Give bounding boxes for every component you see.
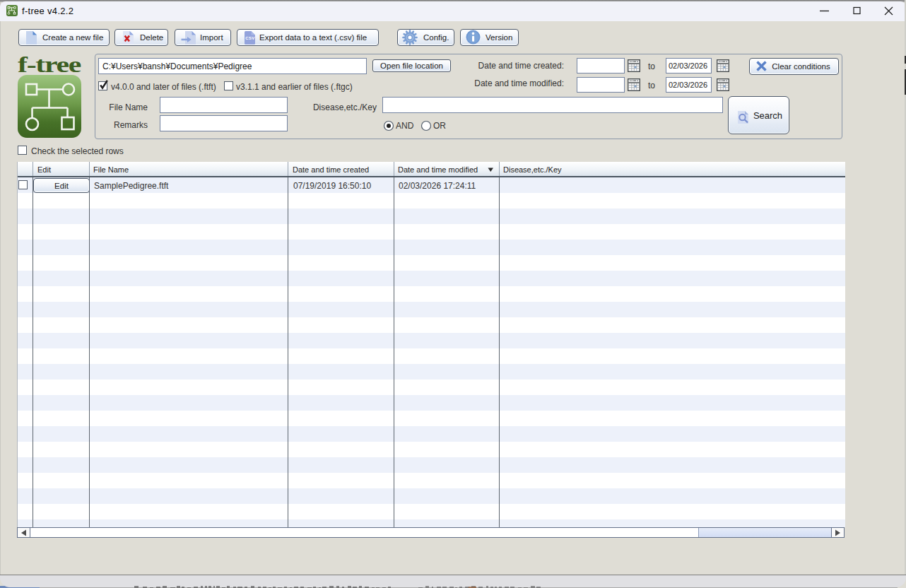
svg-text:CSV: CSV [245, 36, 254, 40]
